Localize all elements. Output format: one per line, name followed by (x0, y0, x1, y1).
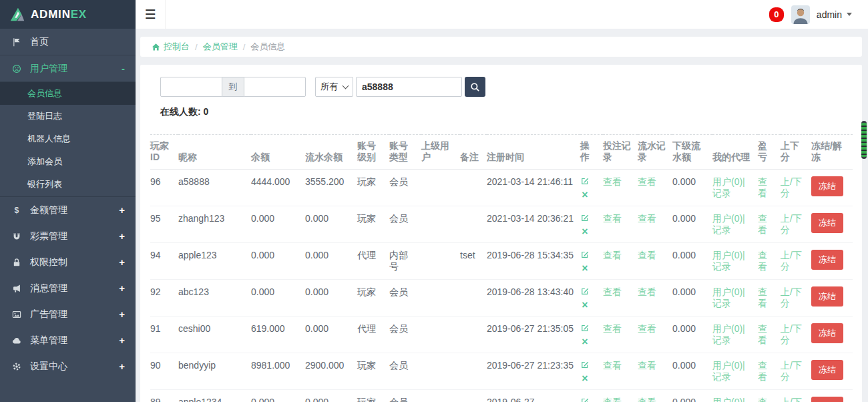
delete-icon[interactable]: × (580, 190, 590, 200)
range-start-input[interactable] (160, 77, 222, 97)
my-agent-link[interactable]: 用户(0)|记录 (712, 213, 745, 235)
cell-freeze: 冻结 (811, 390, 853, 402)
edit-icon[interactable] (580, 213, 598, 224)
range-end-input[interactable] (244, 77, 306, 97)
profit-loss-link[interactable]: 查看 (758, 323, 767, 345)
breadcrumb-separator: / (243, 42, 246, 52)
my-agent-link[interactable]: 用户(0)|记录 (712, 397, 745, 402)
edit-icon[interactable] (580, 286, 598, 297)
delete-icon[interactable]: × (580, 300, 590, 310)
hamburger-menu-button[interactable]: ☰ (136, 0, 166, 29)
table-row: 89apple12340.0000.000玩家会员2019-06-27×查看查看… (150, 390, 853, 402)
sidebar-item-home[interactable]: 首页 (0, 29, 136, 55)
freeze-button[interactable]: 冻结 (811, 397, 843, 402)
edit-icon[interactable] (580, 323, 598, 334)
delete-icon[interactable]: × (580, 373, 590, 383)
up-down-link[interactable]: 上/下分 (781, 397, 802, 402)
search-button[interactable] (465, 77, 485, 97)
notification-badge[interactable]: 0 (769, 7, 784, 22)
flow-records-link[interactable]: 查看 (638, 360, 656, 371)
profit-loss-link[interactable]: 查看 (758, 176, 767, 198)
type-select[interactable]: 所有 (315, 77, 353, 97)
username[interactable]: admin (817, 9, 842, 20)
flow-records-link[interactable]: 查看 (638, 323, 656, 334)
bet-records-link[interactable]: 查看 (603, 360, 622, 371)
sidebar-item-message-management[interactable]: 消息管理+ (0, 275, 136, 301)
flow-records-link[interactable]: 查看 (638, 176, 656, 187)
bet-records-link[interactable]: 查看 (603, 323, 622, 334)
logo[interactable]: ADMINEX (0, 0, 136, 29)
sidebar-item-bank-list[interactable]: 银行列表 (0, 173, 136, 196)
breadcrumb-link[interactable]: 会员管理 (203, 41, 238, 53)
flow-records-link[interactable]: 查看 (638, 213, 656, 224)
cell-profit-loss: 查看 (758, 206, 781, 243)
up-down-link[interactable]: 上/下分 (781, 176, 802, 198)
delete-icon[interactable]: × (580, 337, 590, 347)
chevron-down-icon[interactable] (847, 13, 852, 16)
cell-nickname: apple123 (178, 243, 251, 280)
up-down-link[interactable]: 上/下分 (781, 286, 802, 309)
cell-sub-flow: 0.000 (672, 243, 712, 280)
up-down-link[interactable]: 上/下分 (781, 250, 802, 272)
sidebar-item-menu-management[interactable]: 菜单管理+ (0, 327, 136, 353)
edit-icon[interactable] (580, 360, 598, 371)
freeze-button[interactable]: 冻结 (811, 286, 843, 307)
cell-note (460, 317, 487, 353)
sidebar-item-settings-center[interactable]: 设置中心+ (0, 353, 136, 379)
freeze-button[interactable]: 冻结 (811, 176, 843, 196)
cell-register-time: 2019-06-27 21:35:05 (487, 317, 580, 353)
sidebar-item-user-management[interactable]: 用户管理- (0, 55, 136, 82)
sidebar-item-login-log[interactable]: 登陆日志 (0, 105, 136, 128)
sidebar-item-ad-management[interactable]: 广告管理+ (0, 301, 136, 327)
profit-loss-link[interactable]: 查看 (758, 286, 767, 309)
edit-icon[interactable] (580, 250, 598, 260)
up-down-link[interactable]: 上/下分 (781, 360, 802, 382)
my-agent-link[interactable]: 用户(0)|记录 (712, 250, 745, 272)
sidebar-item-add-member[interactable]: 添加会员 (0, 150, 136, 173)
bet-records-link[interactable]: 查看 (603, 286, 622, 297)
sidebar-item-label: 彩票管理 (30, 230, 119, 242)
edit-icon[interactable] (580, 397, 598, 402)
delete-icon[interactable]: × (580, 226, 590, 236)
sidebar-item-lottery-management[interactable]: 彩票管理+ (0, 223, 136, 249)
up-down-link[interactable]: 上/下分 (781, 323, 802, 345)
freeze-button[interactable]: 冻结 (811, 250, 843, 270)
my-agent-link[interactable]: 用户(0)|记录 (712, 286, 745, 309)
cell-nickname: bendyyip (178, 353, 251, 390)
profit-loss-link[interactable]: 查看 (758, 213, 767, 235)
expand-icon: + (119, 230, 125, 242)
delete-icon[interactable]: × (580, 263, 590, 273)
sidebar-item-robot-info[interactable]: 机器人信息 (0, 128, 136, 150)
my-agent-link[interactable]: 用户(0)|记录 (712, 176, 745, 198)
sidebar-item-permission-control[interactable]: 权限控制+ (0, 249, 136, 275)
bet-records-link[interactable]: 查看 (603, 213, 622, 224)
profit-loss-link[interactable]: 查看 (758, 250, 767, 272)
sidebar-item-amount-management[interactable]: $金额管理+ (0, 197, 136, 223)
bet-records-link[interactable]: 查看 (603, 397, 622, 402)
profit-loss-link[interactable]: 查看 (758, 397, 767, 402)
cell-note (460, 170, 487, 206)
flow-records-link[interactable]: 查看 (638, 397, 656, 402)
bet-records-link[interactable]: 查看 (603, 176, 622, 187)
sidebar-item-member-info[interactable]: 会员信息 (0, 82, 136, 105)
magnet-icon (12, 232, 30, 241)
flow-records-link[interactable]: 查看 (638, 286, 656, 297)
breadcrumb-link[interactable]: 控制台 (164, 41, 190, 53)
search-input[interactable] (356, 77, 462, 97)
cell-balance: 0.000 (251, 243, 305, 280)
freeze-button[interactable]: 冻结 (811, 323, 843, 343)
profit-loss-link[interactable]: 查看 (758, 360, 767, 382)
my-agent-link[interactable]: 用户(0)|记录 (712, 323, 745, 345)
scrollbar-thumb[interactable] (861, 121, 867, 159)
freeze-button[interactable]: 冻结 (811, 213, 843, 233)
edit-icon[interactable] (580, 176, 598, 187)
flow-records-link[interactable]: 查看 (638, 250, 656, 260)
cell-my-agent: 用户(0)|记录 (712, 243, 758, 280)
freeze-button[interactable]: 冻结 (811, 360, 843, 380)
cell-my-agent: 用户(0)|记录 (712, 353, 758, 390)
collapse-icon: - (122, 63, 125, 74)
up-down-link[interactable]: 上/下分 (781, 213, 802, 235)
avatar[interactable] (791, 5, 810, 24)
my-agent-link[interactable]: 用户(0)|记录 (712, 360, 745, 382)
bet-records-link[interactable]: 查看 (603, 250, 622, 260)
